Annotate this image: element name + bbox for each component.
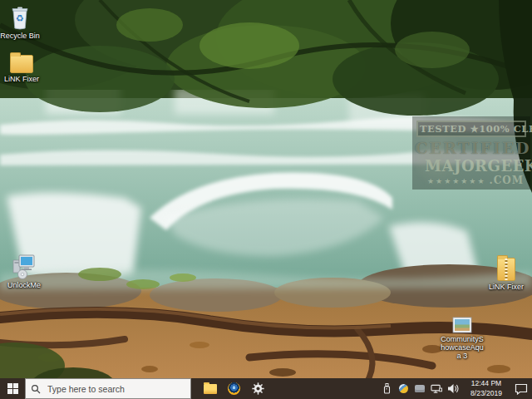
majorgeeks-watermark: TESTED ★100% CLEAN CERTIFIED MAJORGEEKS …: [412, 116, 530, 190]
clock-date: 8/23/2019: [467, 389, 505, 398]
taskbar-search[interactable]: [25, 378, 191, 399]
watermark-domain: .COM: [490, 175, 524, 186]
system-tray: [377, 378, 462, 399]
desktop-icon-link-fixer-folder[interactable]: LiNK Fixer: [0, 55, 45, 83]
desktop-icon-label: CommunityShowcaseAqua 3: [439, 335, 485, 360]
vm-icon: [415, 385, 425, 392]
usb-icon: [382, 382, 392, 395]
zip-folder-icon: [497, 258, 515, 281]
network-icon: [431, 383, 442, 395]
file-explorer-button[interactable]: [198, 378, 222, 399]
desktop-icon-label: Recycle Bin: [0, 32, 40, 40]
taskbar-clock[interactable]: 12:44 PM 8/23/2019: [462, 378, 510, 399]
recycle-bin-icon: ♻: [11, 5, 29, 30]
action-center-icon: [515, 382, 528, 395]
taskbar-empty-space: [270, 378, 377, 399]
browser-button[interactable]: [222, 378, 246, 399]
start-button[interactable]: [0, 378, 25, 399]
usb-tray-button[interactable]: [381, 382, 392, 396]
network-tray-button[interactable]: [431, 382, 442, 396]
desktop-icon-label: LiNK Fixer: [4, 75, 39, 83]
volume-icon: [447, 383, 459, 394]
action-center-button[interactable]: [510, 378, 532, 399]
installer-icon: [12, 254, 36, 279]
file-explorer-icon: [204, 384, 217, 394]
windows-desktop: TESTED ★100% CLEAN CERTIFIED MAJORGEEKS …: [0, 0, 532, 399]
clock-time: 12:44 PM: [467, 379, 505, 388]
desktop-icon-label: LiNK Fixer: [489, 283, 524, 291]
app-status-icon: [399, 384, 408, 393]
desktop-icon-community-showcase-aqua[interactable]: CommunityShowcaseAqua 3: [439, 317, 485, 360]
app-status-tray-button[interactable]: [397, 382, 409, 396]
theme-file-icon: [452, 317, 472, 333]
search-input[interactable]: [46, 383, 185, 395]
desktop-icon-label: UnlockMe: [7, 281, 41, 289]
taskbar: 12:44 PM 8/23/2019: [0, 378, 532, 399]
eagle-graphic: [416, 135, 464, 190]
search-icon: [31, 384, 41, 394]
browser-icon: [228, 382, 240, 395]
settings-gear-icon: [252, 382, 264, 395]
volume-tray-button[interactable]: [447, 382, 459, 396]
desktop-icon-link-fixer-zip[interactable]: LiNK Fixer: [483, 258, 530, 291]
svg-text:♻: ♻: [16, 13, 24, 23]
folder-icon: [10, 55, 33, 73]
desktop-icon-recycle-bin[interactable]: ♻ Recycle Bin: [0, 5, 43, 40]
windows-logo-icon: [7, 383, 18, 394]
vm-tray-button[interactable]: [414, 382, 426, 396]
desktop-icon-unlockme[interactable]: UnlockMe: [1, 254, 47, 289]
settings-button[interactable]: [246, 378, 270, 399]
